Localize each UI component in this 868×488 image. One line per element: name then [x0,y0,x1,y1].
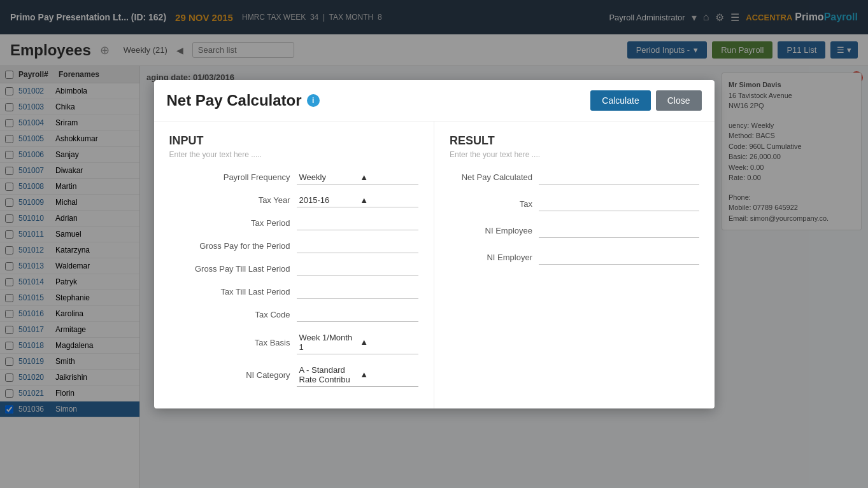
field-label-6: Tax Code [169,310,297,319]
select-value-7: Week 1/Month 1 [297,331,358,354]
field-label-7: Tax Basis [169,338,297,347]
input-field-row: Tax Period [169,216,419,230]
input-section-subtitle: Enter the your text here ..... [169,150,419,159]
result-label-3: NI Employer [450,253,539,262]
result-label-1: Tax [450,199,539,209]
select-value-0: Weekly [297,171,358,184]
modal-header: Net Pay Calculator i Calculate Close [154,80,715,122]
dropdown-arrow-1[interactable]: ▲ [357,193,418,207]
result-value-3 [539,251,699,265]
text-input-6[interactable] [297,308,419,322]
field-input-4[interactable] [297,262,419,276]
field-input-0[interactable]: Weekly ▲ [297,171,419,185]
field-input-7[interactable]: Week 1/Month 1 ▲ [297,331,419,354]
dropdown-arrow-7[interactable]: ▲ [357,335,418,349]
input-field-row: Gross Pay for the Period [169,239,419,253]
net-pay-calculator-modal: Net Pay Calculator i Calculate Close INP… [154,80,715,408]
calculate-button[interactable]: Calculate [590,90,650,111]
field-input-6[interactable] [297,308,419,322]
modal-body: INPUT Enter the your text here ..... Pay… [154,122,715,408]
result-fields: Net Pay Calculated Tax NI Employee NI Em… [450,171,699,265]
text-input-4[interactable] [297,262,419,276]
field-label-1: Tax Year [169,195,297,205]
input-fields: Payroll Frequency Weekly ▲ Tax Year 2015… [169,171,419,387]
select-wrapper-8[interactable]: A - Standard Rate Contribu ▲ [297,363,419,387]
field-label-2: Tax Period [169,218,297,228]
result-value-1 [539,197,699,211]
modal-overlay: Net Pay Calculator i Calculate Close INP… [0,0,868,488]
field-input-1[interactable]: 2015-16 ▲ [297,193,419,207]
select-value-8: A - Standard Rate Contribu [297,363,358,386]
input-section: INPUT Enter the your text here ..... Pay… [154,122,435,408]
select-wrapper-1[interactable]: 2015-16 ▲ [297,193,419,207]
input-field-row: Tax Year 2015-16 ▲ [169,193,419,207]
select-wrapper-7[interactable]: Week 1/Month 1 ▲ [297,331,419,354]
result-value-0 [539,171,699,185]
text-input-5[interactable] [297,285,419,299]
result-field-row: Tax [450,197,699,211]
result-field-row: Net Pay Calculated [450,171,699,185]
text-input-2[interactable] [297,216,419,230]
field-input-2[interactable] [297,216,419,230]
modal-actions: Calculate Close [590,90,701,111]
result-label-0: Net Pay Calculated [450,172,539,182]
text-input-3[interactable] [297,239,419,253]
input-field-row: Tax Basis Week 1/Month 1 ▲ [169,331,419,354]
input-field-row: Payroll Frequency Weekly ▲ [169,171,419,185]
field-label-4: Gross Pay Till Last Period [169,264,297,274]
field-input-5[interactable] [297,285,419,299]
info-icon[interactable]: i [307,94,320,107]
input-field-row: Gross Pay Till Last Period [169,262,419,276]
result-label-2: NI Employee [450,226,539,235]
input-field-row: NI Category A - Standard Rate Contribu ▲ [169,363,419,387]
field-label-0: Payroll Frequency [169,172,297,182]
input-field-row: Tax Code [169,308,419,322]
input-section-title: INPUT [169,134,419,148]
field-label-5: Tax Till Last Period [169,287,297,296]
dropdown-arrow-8[interactable]: ▲ [357,368,418,381]
result-value-2 [539,224,699,238]
select-value-1: 2015-16 [297,193,358,207]
dropdown-arrow-0[interactable]: ▲ [357,171,418,184]
close-modal-button[interactable]: Close [656,90,702,111]
result-field-row: NI Employee [450,224,699,238]
field-label-3: Gross Pay for the Period [169,241,297,251]
field-input-8[interactable]: A - Standard Rate Contribu ▲ [297,363,419,387]
result-section: RESULT Enter the your text here .... Net… [434,122,715,408]
result-section-subtitle: Enter the your text here .... [450,150,699,159]
input-field-row: Tax Till Last Period [169,285,419,299]
modal-title: Net Pay Calculator i [167,92,320,109]
select-wrapper-0[interactable]: Weekly ▲ [297,171,419,185]
field-label-8: NI Category [169,370,297,380]
field-input-3[interactable] [297,239,419,253]
result-field-row: NI Employer [450,251,699,265]
result-section-title: RESULT [450,134,699,148]
